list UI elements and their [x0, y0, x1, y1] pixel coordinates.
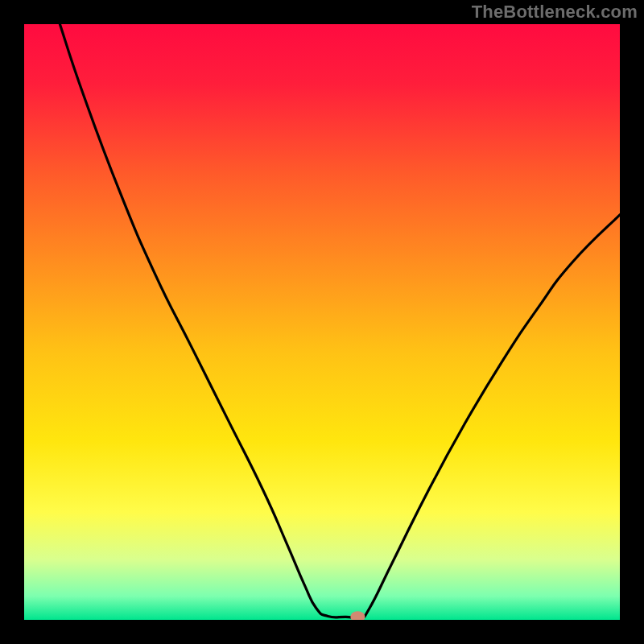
watermark-label: TheBottleneck.com — [472, 2, 638, 23]
bottleneck-chart — [24, 24, 620, 620]
chart-frame: TheBottleneck.com — [0, 0, 644, 644]
gradient-background — [24, 24, 620, 620]
